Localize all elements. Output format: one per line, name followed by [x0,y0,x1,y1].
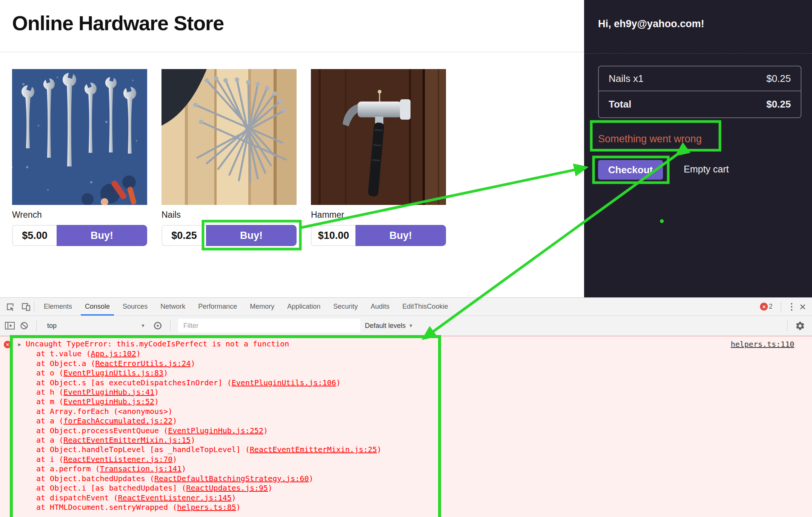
tab-sources[interactable]: Sources [116,298,154,315]
stack-frame: at o (EventPluginUtils.js:83) [18,368,584,378]
stack-source-link[interactable]: EventPluginUtils.js:83 [63,368,163,377]
cart-total-label: Total [609,98,631,110]
log-levels-select[interactable]: Default levels ▼ [365,322,413,330]
product-name: Wrench [12,210,147,221]
tab-network[interactable]: Network [154,298,192,315]
console-toolbar: top ▼ Default levels ▼ [0,315,812,336]
close-icon[interactable]: × [799,301,806,312]
tab-application[interactable]: Application [281,298,327,315]
inspect-icon[interactable] [5,302,15,312]
stack-frame: at a.perform (Transaction.js:141) [18,464,584,474]
stack-frame: at HTMLDocument.sentryWrapped (helpers.t… [18,503,584,512]
settings-gear-icon[interactable] [795,321,805,331]
stack-frame: at t.value (App.js:102) [18,349,584,359]
stack-source-link[interactable]: ReactEventEmitterMixin.js:15 [63,435,191,445]
live-expression-eye-icon[interactable] [153,321,163,331]
tab-console[interactable]: Console [78,298,116,315]
stack-trace: ▶Uncaught TypeError: this.myCodeIsPerfec… [18,337,584,512]
separator [34,302,34,312]
chevron-down-icon: ▼ [409,323,413,328]
tab-audits[interactable]: Audits [364,298,396,315]
stack-frame: at Object.handleTopLevel [as _handleTopL… [18,445,584,454]
buy-button-wrench[interactable]: Buy! [57,225,147,246]
tab-editthiscookie[interactable]: EditThisCookie [396,298,454,315]
stack-frame: at m (EventPluginHub.js:52) [18,397,584,406]
price-row: $0.25 Buy! [161,225,297,246]
error-count: 2 [769,303,772,311]
stack-source-link[interactable]: ReactEventListener.js:145 [118,493,232,502]
chevron-down-icon: ▼ [141,323,145,328]
product-name: Nails [161,210,297,221]
stack-source-link[interactable]: EventPluginUtils.js:106 [232,378,336,387]
product-card-hammer: Hammer $10.00 Buy! [311,69,446,246]
header-divider [0,52,584,52]
product-card-nails: Nails $0.25 Buy! [161,69,297,246]
stack-frame: at Object.s [as executeDispatchesInOrder… [18,378,584,388]
product-name: Hammer [311,210,446,221]
stack-source-link[interactable]: ReactErrorUtils.js:24 [95,359,191,368]
error-badge[interactable]: × 2 [760,303,772,311]
stack-frame: at Object.batchedUpdates (ReactDefaultBa… [18,474,584,483]
execution-context-value: top [47,322,57,330]
cart-item-label: Nails x1 [609,73,643,85]
cart-panel: Hi, eh9y@yahoo.com! Nails x1 $0.25 Total… [584,0,812,297]
product-image-nails [161,69,297,205]
product-price: $0.25 [161,225,206,246]
user-greeting: Hi, eh9y@yahoo.com! [598,18,704,30]
devtools-tabbar: ElementsConsoleSourcesNetworkPerformance… [0,297,812,315]
execution-context-select[interactable]: top ▼ [44,322,148,330]
error-banner: Something went wrong [591,122,720,150]
stack-source-link[interactable]: forEachAccumulated.js:22 [63,416,172,425]
separator [781,302,781,312]
clear-console-icon[interactable] [20,321,29,330]
stack-source-link[interactable]: EventPluginHub.js:41 [63,388,154,397]
product-image-wrench [12,69,147,205]
tab-elements[interactable]: Elements [37,298,78,315]
stack-source-link[interactable]: EventPluginHub.js:252 [168,426,263,435]
tab-security[interactable]: Security [327,298,364,315]
cart-total-amount: $0.25 [766,98,791,110]
stack-source-link[interactable]: helpers.ts:85 [177,503,236,512]
stack-frame: at Object.processEventQueue (EventPlugin… [18,426,584,435]
cart-summary-table: Nails x1 $0.25 Total $0.25 [598,66,801,118]
cart-total-row: Total $0.25 [599,91,801,117]
buy-button-nails[interactable]: Buy! [206,225,297,246]
stack-frame: at Object.i [as batchedUpdates] (ReactUp… [18,483,584,493]
stack-source-link[interactable]: ReactDefaultBatchingStrategy.js:60 [154,474,309,483]
console-source-link[interactable]: helpers.ts:110 [730,340,794,349]
buy-button-hammer[interactable]: Buy! [355,225,446,246]
console-sidebar-icon[interactable] [5,321,15,330]
stack-source-link[interactable]: EventPluginHub.js:52 [63,397,154,406]
devtools-tabs-list: ElementsConsoleSourcesNetworkPerformance… [37,298,454,315]
tab-performance[interactable]: Performance [192,298,243,315]
screenshot-root: Online Hardware Store [0,0,812,517]
product-price: $10.00 [311,225,355,246]
cart-item-amount: $0.25 [766,73,791,85]
product-image-hammer [311,69,446,205]
product-price: $5.00 [12,225,57,246]
stack-frame: at i (ReactEventListener.js:70) [18,455,584,464]
checkout-button[interactable]: Checkout [598,160,663,180]
error-badge-icon: × [760,303,768,311]
devtools-left-icons [0,298,31,315]
stack-source-link[interactable]: ReactEventListener.js:70 [63,455,172,464]
stack-source-link[interactable]: Transaction.js:141 [100,464,182,473]
panel-divider [584,53,812,54]
stack-frame: at h (EventPluginHub.js:41) [18,388,584,397]
wrench-photo-illustration [12,69,147,205]
price-row: $10.00 Buy! [311,225,446,246]
stack-source-link[interactable]: App.js:102 [91,349,136,358]
stack-frame: at dispatchEvent (ReactEventListener.js:… [18,493,584,503]
kebab-menu-icon[interactable] [789,302,794,312]
nails-photo-illustration [161,69,297,205]
anonymous-frame-label: <anonymous> [118,407,168,416]
stack-source-link[interactable]: ReactUpdates.js:95 [186,483,268,492]
tab-memory[interactable]: Memory [243,298,281,315]
device-toolbar-icon[interactable] [21,302,31,312]
stack-source-link[interactable]: ReactEventEmitterMixin.js:25 [250,445,377,454]
console-filter-input[interactable] [178,319,360,332]
separator [170,320,171,331]
stack-frame: at Object.a (ReactErrorUtils.js:24) [18,359,584,368]
disclosure-triangle-icon[interactable]: ▶ [18,340,26,349]
empty-cart-button[interactable]: Empty cart [684,164,729,175]
